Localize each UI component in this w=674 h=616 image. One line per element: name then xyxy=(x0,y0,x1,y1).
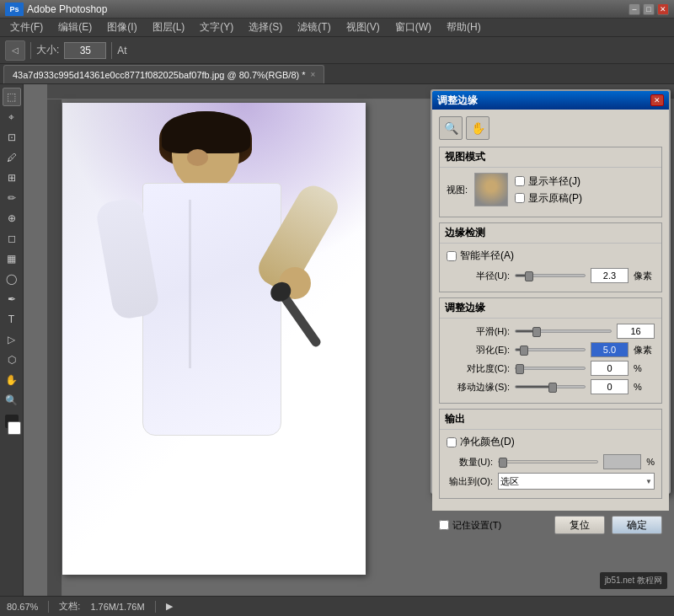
shift-label: 移动边缘(S): xyxy=(447,381,510,394)
feather-slider-thumb[interactable] xyxy=(520,345,528,356)
tool-path[interactable]: ▷ xyxy=(3,330,21,349)
contrast-value-input[interactable] xyxy=(591,361,629,376)
amount-value-input[interactable] xyxy=(603,454,641,469)
adjust-edge-title: 调整边缘 xyxy=(440,298,661,319)
feather-value-input[interactable] xyxy=(591,342,629,357)
tool-crop[interactable]: ⊡ xyxy=(3,128,21,147)
tool-eraser[interactable]: ◻ xyxy=(3,229,21,248)
singer-figure xyxy=(96,103,332,575)
menu-bar: 文件(F) 编辑(E) 图像(I) 图层(L) 文字(Y) 选择(S) 滤镜(T… xyxy=(0,19,674,37)
output-to-select[interactable]: 选区 ▼ xyxy=(498,473,655,490)
dialog-close-button[interactable]: ✕ xyxy=(650,94,664,106)
menu-layer[interactable]: 图层(L) xyxy=(146,19,192,36)
singer-hair-top xyxy=(162,111,250,153)
singer-shirt-shadow xyxy=(189,200,191,368)
tool-bg-color[interactable] xyxy=(8,421,21,435)
shift-slider-thumb[interactable] xyxy=(548,383,557,393)
smooth-slider-fill xyxy=(516,330,535,332)
tab-close-icon[interactable]: × xyxy=(311,70,316,79)
amount-slider[interactable] xyxy=(498,460,598,463)
show-original-checkbox[interactable] xyxy=(515,193,525,203)
shift-slider-row: 移动边缘(S): % xyxy=(447,379,655,394)
dialog-tool-hand[interactable]: ✋ xyxy=(466,116,489,140)
status-bar: 80.67% 文档: 1.76M/1.76M ▶ xyxy=(0,596,674,616)
tool-brush[interactable]: ✏ xyxy=(3,189,21,207)
smooth-slider-track[interactable] xyxy=(515,329,612,333)
smooth-value-input[interactable] xyxy=(617,324,655,339)
minimize-button[interactable]: – xyxy=(629,3,640,15)
size-input[interactable] xyxy=(64,42,106,59)
tool-pen[interactable]: ✒ xyxy=(3,290,21,308)
tab-filename: 43a7d933c995d14361e0cc8771f082025baf07fb… xyxy=(13,70,306,80)
contrast-slider-track[interactable] xyxy=(515,367,586,370)
tab-bar: 43a7d933c995d14361e0cc8771f082025baf07fb… xyxy=(0,64,674,84)
tool-lasso[interactable]: ⌖ xyxy=(3,108,21,126)
tool-text[interactable]: T xyxy=(3,310,21,329)
shift-value-input[interactable] xyxy=(591,379,629,394)
tool-eyedropper[interactable]: 🖊 xyxy=(3,148,21,167)
watermark: jb51.net 教程网 xyxy=(600,572,667,589)
menu-window[interactable]: 窗口(W) xyxy=(388,19,438,36)
feather-slider-row: 羽化(E): 像素 xyxy=(447,342,655,357)
title-bar: Ps Adobe Photoshop – □ ✕ xyxy=(0,0,674,19)
menu-edit[interactable]: 编辑(E) xyxy=(51,19,99,36)
output-body: 净化颜色(D) 数量(U): % 输出到(O): xyxy=(440,430,661,498)
ok-button[interactable]: 确定 xyxy=(612,516,662,534)
select-arrow-icon: ▼ xyxy=(645,478,652,485)
menu-view[interactable]: 视图(V) xyxy=(340,19,387,36)
view-mode-section: 视图模式 视图: 显示半径(J) xyxy=(439,147,662,217)
radius-slider-track[interactable] xyxy=(515,274,586,277)
smart-radius-checkbox[interactable] xyxy=(447,251,457,261)
adjust-edge-section: 调整边缘 平滑(H): 羽化(E) xyxy=(439,297,662,404)
tool-dodge[interactable]: ◯ xyxy=(3,270,21,288)
feather-slider-track[interactable] xyxy=(515,348,586,351)
shift-slider-track[interactable] xyxy=(515,385,586,388)
amount-slider-thumb[interactable] xyxy=(499,458,507,468)
smooth-slider-thumb[interactable] xyxy=(532,327,541,337)
radius-unit: 像素 xyxy=(634,270,655,282)
tool-patch[interactable]: ⊞ xyxy=(3,169,21,187)
contrast-slider-thumb[interactable] xyxy=(516,364,524,374)
shift-unit: % xyxy=(634,382,655,392)
tool-shape[interactable]: ⬡ xyxy=(3,351,21,369)
smart-radius-row: 智能半径(A) xyxy=(447,249,655,263)
radius-slider-thumb[interactable] xyxy=(525,271,533,281)
show-half-checkbox[interactable] xyxy=(515,176,525,186)
view-mode-title: 视图模式 xyxy=(440,147,661,168)
output-title: 输出 xyxy=(440,410,661,430)
reset-button[interactable]: 复位 xyxy=(554,516,605,534)
output-section: 输出 净化颜色(D) 数量(U): % xyxy=(439,409,662,499)
maximize-button[interactable]: □ xyxy=(643,3,655,15)
status-arrow[interactable]: ▶ xyxy=(166,601,173,612)
radius-value-input[interactable] xyxy=(591,268,629,283)
menu-help[interactable]: 帮助(H) xyxy=(440,19,488,36)
tool-selection[interactable]: ⬚ xyxy=(3,88,21,106)
menu-filter[interactable]: 滤镜(T) xyxy=(291,19,337,36)
dialog-title-bar: 调整边缘 ✕ xyxy=(432,91,669,110)
contrast-label: 对比度(C): xyxy=(447,362,510,375)
close-button[interactable]: ✕ xyxy=(657,3,669,15)
tool-zoom[interactable]: 🔍 xyxy=(3,391,21,410)
tool-hand[interactable]: ✋ xyxy=(3,371,21,389)
smooth-label: 平滑(H): xyxy=(447,325,510,338)
tool-select-btn[interactable]: ◁ xyxy=(5,40,25,61)
zoom-level: 80.67% xyxy=(7,602,38,612)
dialog-footer: 记住设置(T) 复位 确定 xyxy=(432,511,669,539)
feather-label: 羽化(E): xyxy=(447,344,510,356)
dialog-tool-zoom[interactable]: 🔍 xyxy=(439,116,463,140)
menu-text[interactable]: 文字(Y) xyxy=(193,19,240,36)
decontaminate-checkbox[interactable] xyxy=(447,437,457,447)
tool-gradient[interactable]: ▦ xyxy=(3,249,21,268)
adjust-edge-body: 平滑(H): 羽化(E): xyxy=(440,319,661,403)
view-mode-body: 视图: 显示半径(J) 显 xyxy=(440,168,661,217)
tool-clone[interactable]: ⊕ xyxy=(3,209,21,228)
output-to-value: 选区 xyxy=(500,475,519,488)
document-tab[interactable]: 43a7d933c995d14361e0cc8771f082025baf07fb… xyxy=(3,65,324,83)
menu-select[interactable]: 选择(S) xyxy=(242,19,289,36)
ruler-left xyxy=(47,99,62,596)
menu-image[interactable]: 图像(I) xyxy=(100,19,143,36)
remember-settings-checkbox[interactable] xyxy=(439,520,449,530)
radius-label: 半径(U): xyxy=(447,270,510,282)
show-half-label: 显示半径(J) xyxy=(528,174,580,189)
menu-file[interactable]: 文件(F) xyxy=(3,19,50,36)
